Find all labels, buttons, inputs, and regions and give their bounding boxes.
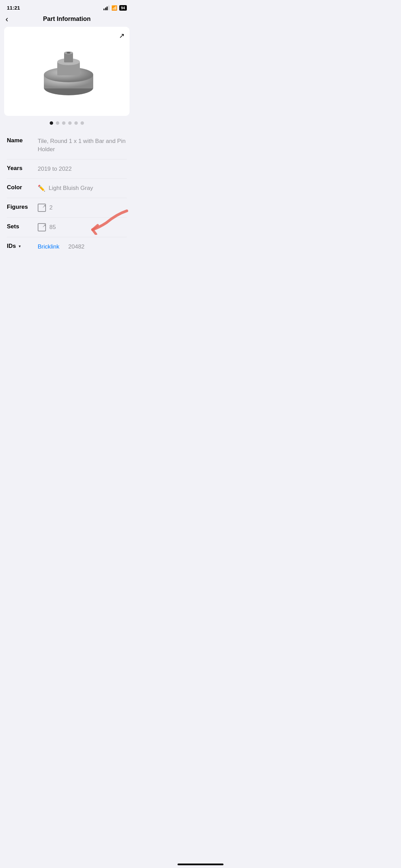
name-value: Tile, Round 1 x 1 with Bar and Pin Holde… bbox=[38, 137, 127, 154]
dot-1[interactable] bbox=[50, 121, 53, 125]
ids-row: IDs ▼ Bricklink 20482 bbox=[7, 237, 127, 256]
sets-external-icon[interactable] bbox=[38, 223, 46, 231]
part-image-section: ↗ bbox=[4, 27, 130, 116]
status-time: 11:21 bbox=[7, 5, 20, 11]
figures-row: Figures 2 bbox=[7, 198, 127, 218]
svg-rect-5 bbox=[64, 53, 73, 62]
wifi-icon: 📶 bbox=[111, 5, 117, 11]
figures-label: Figures bbox=[7, 204, 38, 210]
image-dots bbox=[0, 116, 134, 132]
page-title: Part Information bbox=[43, 15, 90, 23]
years-label: Years bbox=[7, 165, 38, 172]
part-image bbox=[33, 37, 101, 106]
years-row: Years 2019 to 2022 bbox=[7, 159, 127, 179]
name-label: Name bbox=[7, 137, 38, 144]
status-bar: 11:21 📶 94 bbox=[0, 0, 134, 13]
dot-3[interactable] bbox=[62, 121, 65, 125]
back-button[interactable]: ‹ bbox=[5, 14, 8, 24]
years-value: 2019 to 2022 bbox=[38, 165, 127, 173]
nav-header: ‹ Part Information bbox=[0, 13, 134, 27]
bricklink-id: 20482 bbox=[68, 243, 84, 251]
sets-row: Sets 85 bbox=[7, 218, 127, 237]
svg-point-7 bbox=[66, 52, 71, 53]
color-value: Light Bluish Gray bbox=[49, 184, 93, 192]
ids-text: IDs bbox=[7, 243, 16, 250]
pencil-icon[interactable]: ✏️ bbox=[38, 184, 45, 192]
color-label: Color bbox=[7, 184, 38, 191]
dot-2[interactable] bbox=[56, 121, 59, 125]
bricklink-link[interactable]: Bricklink bbox=[38, 243, 59, 250]
dot-6[interactable] bbox=[81, 121, 84, 125]
ids-triangle: ▼ bbox=[18, 244, 21, 248]
expand-icon[interactable]: ↗ bbox=[119, 32, 125, 40]
dot-5[interactable] bbox=[74, 121, 78, 125]
status-icons: 📶 94 bbox=[104, 5, 127, 11]
info-section: Name Tile, Round 1 x 1 with Bar and Pin … bbox=[0, 132, 134, 256]
sets-label: Sets bbox=[7, 223, 38, 230]
signal-icon bbox=[104, 5, 109, 10]
name-row: Name Tile, Round 1 x 1 with Bar and Pin … bbox=[7, 132, 127, 159]
color-row: Color ✏️ Light Bluish Gray bbox=[7, 179, 127, 198]
dot-4[interactable] bbox=[68, 121, 72, 125]
figures-value: 2 bbox=[49, 204, 52, 212]
figures-external-icon[interactable] bbox=[38, 204, 46, 212]
ids-label[interactable]: IDs ▼ bbox=[7, 243, 38, 250]
sets-value: 85 bbox=[49, 223, 56, 231]
battery-indicator: 94 bbox=[119, 5, 127, 11]
